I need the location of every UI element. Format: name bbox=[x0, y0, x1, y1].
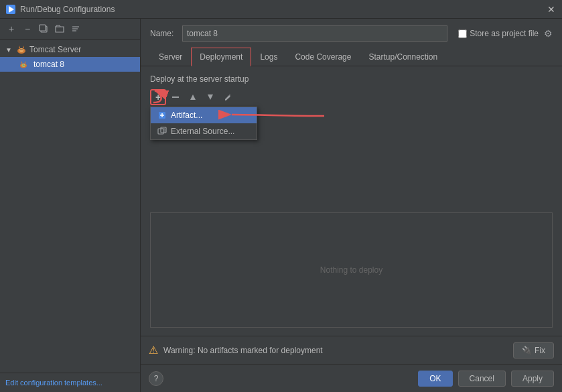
sidebar-tree: ▼ Tomcat Server bbox=[0, 40, 140, 373]
external-source-label: External Source... bbox=[171, 127, 234, 136]
tab-startup-connection[interactable]: Startup/Connection bbox=[360, 48, 446, 66]
help-button[interactable]: ? bbox=[149, 371, 163, 386]
svg-marker-8 bbox=[19, 46, 20, 48]
artifact-label: Artifact... bbox=[171, 111, 202, 120]
add-config-button[interactable]: + bbox=[4, 21, 19, 36]
folder-config-button[interactable] bbox=[52, 21, 67, 36]
main-layout: + − bbox=[0, 19, 562, 392]
tree-arrow-icon: ▼ bbox=[5, 46, 13, 54]
store-as-project-checkbox[interactable] bbox=[458, 29, 467, 38]
sort-config-button[interactable] bbox=[68, 21, 83, 36]
external-source-icon bbox=[157, 127, 167, 136]
dialog-buttons: ? OK Cancel Apply bbox=[141, 364, 562, 392]
svg-marker-20 bbox=[208, 94, 213, 100]
svg-rect-3 bbox=[40, 25, 46, 31]
edit-deploy-button[interactable] bbox=[220, 89, 236, 105]
tab-server[interactable]: Server bbox=[150, 48, 191, 66]
run-debug-icon bbox=[5, 4, 16, 15]
fix-plugin-icon: 🔌 bbox=[522, 346, 532, 355]
add-dropdown-menu: Artifact... External Source... bbox=[150, 107, 257, 140]
artifact-icon bbox=[157, 111, 167, 120]
gear-icon[interactable]: ⚙ bbox=[544, 28, 553, 39]
deploy-toolbar: + bbox=[150, 89, 553, 105]
artifact-menu-item[interactable]: Artifact... bbox=[151, 107, 257, 123]
ok-button[interactable]: OK bbox=[418, 371, 452, 387]
name-input[interactable] bbox=[182, 25, 447, 42]
deploy-area: Nothing to deploy bbox=[150, 212, 553, 328]
close-button[interactable]: ✕ bbox=[546, 4, 557, 15]
run-config-icon bbox=[19, 59, 29, 70]
tabs-row: Server Deployment Logs Code Coverage Sta… bbox=[141, 47, 562, 66]
svg-point-10 bbox=[19, 48, 23, 52]
svg-marker-9 bbox=[23, 46, 24, 48]
warning-text: Warning: No artifacts marked for deploym… bbox=[163, 346, 508, 355]
external-source-menu-item[interactable]: External Source... bbox=[151, 123, 257, 139]
tab-logs[interactable]: Logs bbox=[251, 48, 286, 66]
nothing-to-deploy-label: Nothing to deploy bbox=[320, 265, 382, 275]
svg-marker-15 bbox=[25, 61, 26, 64]
content-area: Deploy at the server startup + bbox=[141, 66, 562, 336]
warning-bar: ⚠ Warning: No artifacts marked for deplo… bbox=[141, 336, 562, 364]
right-panel: Name: Store as project file ⚙ Server Dep… bbox=[141, 19, 562, 392]
tree-item-tomcat8[interactable]: tomcat 8 bbox=[0, 57, 140, 72]
add-deploy-button[interactable]: + bbox=[150, 89, 166, 105]
apply-button[interactable]: Apply bbox=[511, 371, 554, 387]
name-row: Name: Store as project file ⚙ bbox=[141, 19, 562, 47]
move-up-deploy-button[interactable] bbox=[185, 89, 201, 105]
tree-group-tomcat-server[interactable]: ▼ Tomcat Server bbox=[0, 42, 140, 57]
fix-button[interactable]: 🔌 Fix bbox=[513, 342, 554, 358]
sidebar: + − bbox=[0, 19, 141, 392]
tomcat-server-label: Tomcat Server bbox=[29, 45, 81, 54]
svg-marker-19 bbox=[190, 94, 196, 100]
deploy-at-startup-label: Deploy at the server startup bbox=[150, 74, 553, 84]
name-label: Name: bbox=[150, 29, 177, 38]
warning-icon: ⚠ bbox=[149, 344, 158, 356]
edit-templates-link[interactable]: Edit configuration templates... bbox=[0, 373, 140, 392]
deploy-toolbar-container: + bbox=[150, 89, 553, 105]
title-bar: Run/Debug Configurations ✕ bbox=[0, 0, 562, 19]
tab-code-coverage[interactable]: Code Coverage bbox=[286, 48, 360, 66]
move-down-deploy-button[interactable] bbox=[202, 89, 218, 105]
fix-label: Fix bbox=[535, 346, 545, 355]
copy-config-button[interactable] bbox=[36, 21, 51, 36]
cancel-button[interactable]: Cancel bbox=[458, 371, 506, 387]
tab-deployment[interactable]: Deployment bbox=[191, 48, 251, 66]
remove-config-button[interactable]: − bbox=[20, 21, 35, 36]
svg-marker-14 bbox=[21, 61, 23, 64]
sidebar-toolbar: + − bbox=[0, 19, 140, 40]
title-bar-title: Run/Debug Configurations bbox=[20, 5, 546, 14]
tomcat8-label: tomcat 8 bbox=[33, 60, 64, 69]
tomcat-server-icon bbox=[16, 44, 27, 55]
remove-deploy-button[interactable] bbox=[167, 89, 184, 105]
store-as-project-row: Store as project file bbox=[458, 29, 539, 38]
store-as-project-label: Store as project file bbox=[470, 29, 539, 38]
svg-point-11 bbox=[20, 49, 21, 50]
svg-point-12 bbox=[21, 49, 22, 50]
